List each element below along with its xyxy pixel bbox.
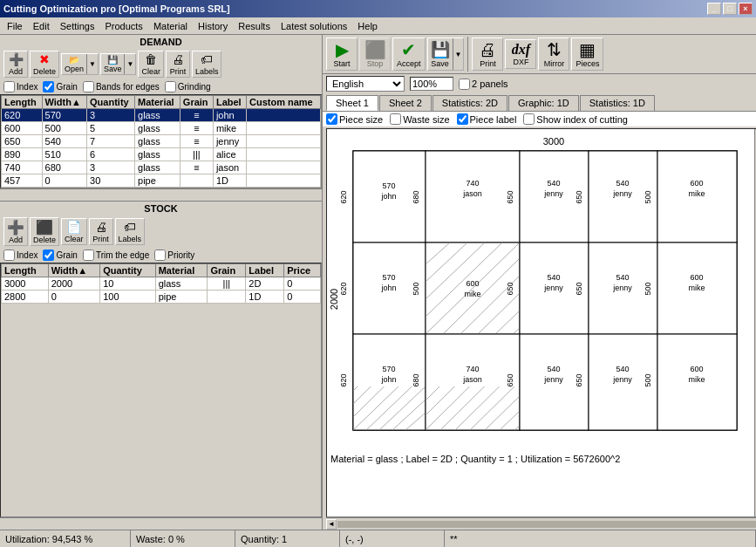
- demand-open-btn[interactable]: 📂 Open ▼: [61, 53, 99, 75]
- stock-col-width[interactable]: Width▲: [48, 263, 99, 277]
- col-width[interactable]: Width▲: [42, 95, 87, 108]
- col-length[interactable]: Length: [2, 95, 43, 108]
- pieces-btn[interactable]: ▦ Pieces: [571, 38, 603, 71]
- stock-scrollbar[interactable]: [0, 517, 322, 530]
- piece-size-label[interactable]: Piece size: [326, 113, 383, 125]
- tab-graphic1d[interactable]: Graphic: 1D: [508, 95, 579, 111]
- horizontal-scrollbar[interactable]: ◄ ►: [326, 517, 756, 530]
- stock-priority-input[interactable]: [154, 250, 166, 261]
- show-index-input[interactable]: [523, 113, 535, 125]
- start-btn[interactable]: ▶ Start: [326, 38, 358, 71]
- svg-text:jason: jason: [462, 375, 482, 384]
- minimize-btn[interactable]: _: [707, 3, 721, 15]
- demand-scrollbar[interactable]: [0, 188, 322, 201]
- demand-row[interactable]: 600 500 5 glass ≡ mike: [2, 121, 321, 134]
- stock-grain-checkbox[interactable]: Grain: [43, 250, 77, 261]
- scroll-left-btn[interactable]: ◄: [326, 519, 337, 530]
- demand-index-input[interactable]: [3, 81, 15, 92]
- demand-cell-material: pipe: [135, 174, 180, 187]
- maximize-btn[interactable]: □: [723, 3, 737, 15]
- menu-file[interactable]: File: [2, 19, 28, 33]
- demand-row[interactable]: 650 540 7 glass ≡ jenny: [2, 134, 321, 147]
- demand-labels-btn[interactable]: 🏷 Labels: [192, 51, 222, 78]
- tab-sheet2[interactable]: Sheet 2: [379, 95, 432, 111]
- stock-index-checkbox[interactable]: Index: [3, 250, 37, 261]
- save-split-arrow[interactable]: ▼: [453, 38, 464, 70]
- menu-history[interactable]: History: [193, 19, 233, 33]
- stock-print-btn[interactable]: 🖨 Print: [89, 218, 113, 245]
- col-custom[interactable]: Custom name: [246, 95, 320, 108]
- tab-sheet1[interactable]: Sheet 1: [326, 95, 378, 111]
- dxf-btn[interactable]: dxf DXF: [505, 39, 536, 69]
- h-scroll-track[interactable]: [337, 521, 756, 528]
- save-split-btn[interactable]: 💾 Save ▼: [427, 38, 465, 71]
- tab-stats2d[interactable]: Statistics: 2D: [432, 95, 507, 111]
- stock-clear-btn[interactable]: 📄 Clear: [61, 218, 87, 245]
- stock-col-label[interactable]: Label: [246, 263, 284, 277]
- stock-col-length[interactable]: Length: [2, 263, 49, 277]
- menu-help[interactable]: Help: [352, 19, 383, 33]
- col-quantity[interactable]: Quantity: [87, 95, 135, 108]
- mirror-btn[interactable]: ⇅ Mirror: [538, 38, 569, 71]
- demand-cell-label: john: [213, 108, 246, 121]
- demand-grain-input[interactable]: [43, 81, 54, 92]
- stock-col-material[interactable]: Material: [155, 263, 208, 277]
- piece-size-input[interactable]: [326, 113, 337, 125]
- stock-trim-input[interactable]: [83, 250, 94, 261]
- save-dropdown-arrow[interactable]: ▼: [124, 54, 135, 74]
- language-select[interactable]: English: [326, 76, 405, 92]
- stock-col-quantity[interactable]: Quantity: [100, 263, 155, 277]
- extra-status: **: [445, 530, 756, 547]
- stock-index-input[interactable]: [3, 250, 15, 261]
- two-panels-checkbox[interactable]: 2 panels: [459, 79, 508, 90]
- demand-delete-btn[interactable]: ✖ Delete: [30, 51, 59, 78]
- stock-delete-btn[interactable]: ⬛ Delete: [30, 217, 59, 246]
- demand-bands-input[interactable]: [83, 81, 94, 92]
- waste-size-input[interactable]: [390, 113, 401, 125]
- demand-clear-btn[interactable]: 🗑 Clear: [138, 51, 164, 78]
- stock-priority-checkbox[interactable]: Priority: [154, 250, 194, 261]
- demand-row[interactable]: 620 570 3 glass ≡ john: [2, 108, 321, 121]
- menu-results[interactable]: Results: [233, 19, 276, 33]
- menu-settings[interactable]: Settings: [55, 19, 100, 33]
- waste-size-label[interactable]: Waste size: [390, 113, 449, 125]
- tab-stats1d[interactable]: Statistics: 1D: [580, 95, 655, 111]
- demand-grinding-checkbox[interactable]: Grinding: [165, 81, 211, 92]
- stock-labels-btn[interactable]: 🏷 Labels: [115, 218, 146, 245]
- print-btn[interactable]: 🖨 Print: [472, 38, 503, 71]
- demand-add-btn[interactable]: ➕ Add: [3, 51, 28, 78]
- menu-edit[interactable]: Edit: [28, 19, 55, 33]
- piece-label-label[interactable]: Piece label: [457, 113, 517, 125]
- col-label[interactable]: Label: [213, 95, 246, 108]
- sheet-scroll[interactable]: 3000 2000 570 john 620: [327, 129, 754, 516]
- stock-add-btn[interactable]: ➕ Add: [3, 217, 28, 246]
- stock-row[interactable]: 2800 0 100 pipe 1D 0: [2, 290, 321, 303]
- two-panels-input[interactable]: [459, 79, 470, 90]
- stock-col-price[interactable]: Price: [284, 263, 321, 277]
- demand-grain-checkbox[interactable]: Grain: [43, 81, 77, 92]
- demand-bands-checkbox[interactable]: Bands for edges: [83, 81, 160, 92]
- stock-col-grain[interactable]: Grain: [208, 263, 246, 277]
- demand-row[interactable]: 740 680 3 glass ≡ jason: [2, 161, 321, 174]
- close-btn[interactable]: ×: [739, 3, 753, 15]
- demand-row[interactable]: 890 510 6 glass ||| alice: [2, 147, 321, 161]
- demand-index-checkbox[interactable]: Index: [3, 81, 37, 92]
- stock-trim-checkbox[interactable]: Trim the edge: [83, 250, 149, 261]
- menu-products[interactable]: Products: [99, 19, 147, 33]
- col-grain[interactable]: Grain: [180, 95, 213, 108]
- open-dropdown-arrow[interactable]: ▼: [86, 54, 98, 74]
- accept-btn[interactable]: ✔ Accept: [392, 38, 426, 71]
- stock-row[interactable]: 3000 2000 10 glass ||| 2D 0: [2, 277, 321, 290]
- col-material[interactable]: Material: [135, 95, 180, 108]
- piece-label-input[interactable]: [457, 113, 468, 125]
- stock-grain-input[interactable]: [43, 250, 54, 261]
- zoom-input[interactable]: [410, 77, 453, 91]
- demand-print-btn[interactable]: 🖨 Print: [166, 51, 190, 78]
- menu-latest-solutions[interactable]: Latest solutions: [276, 19, 352, 33]
- demand-row[interactable]: 457 0 30 pipe 1D: [2, 174, 321, 187]
- menu-material[interactable]: Material: [148, 19, 193, 33]
- show-index-label[interactable]: Show index of cutting: [523, 113, 628, 125]
- demand-save-btn[interactable]: 💾 Save ▼: [100, 53, 136, 75]
- demand-grinding-input[interactable]: [165, 81, 176, 92]
- stop-btn[interactable]: ⬛ Stop: [359, 38, 391, 71]
